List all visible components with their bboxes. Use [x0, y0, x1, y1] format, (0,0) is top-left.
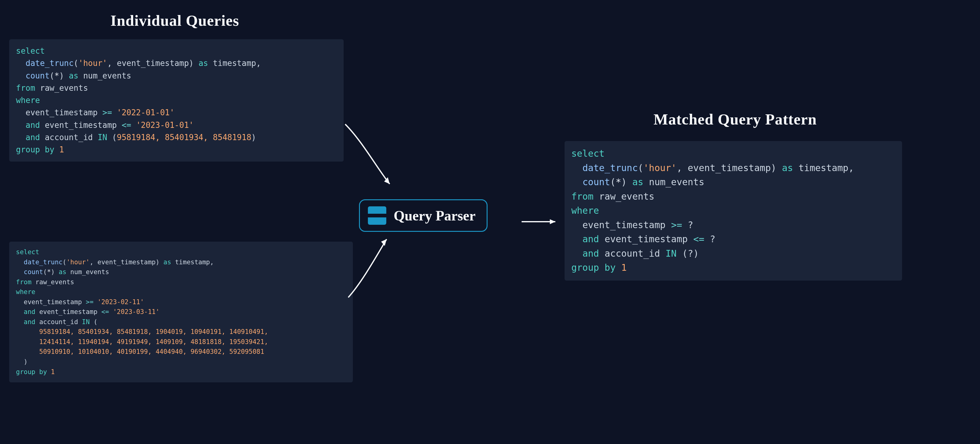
num-one: 1 — [59, 145, 64, 154]
kw-where-b: where — [16, 288, 35, 296]
id-et-2: event_timestamp — [45, 121, 117, 130]
str-hour: 'hour' — [78, 59, 107, 68]
id-ne-b: num_events — [70, 268, 109, 276]
pattern-box: select date_trunc('hour', event_timestam… — [565, 141, 902, 281]
kw-group-by: group by — [16, 145, 54, 154]
arrow-q2-to-parser — [347, 236, 402, 304]
id-et-c2: event_timestamp — [605, 234, 687, 244]
kw-from-b: from — [16, 278, 32, 286]
id-et-1: event_timestamp — [25, 108, 97, 117]
kw-select: select — [16, 46, 45, 56]
id-et-b2: event_timestamp — [39, 308, 97, 316]
kw-as-b2: as — [59, 268, 66, 276]
kw-where-c: where — [571, 205, 599, 216]
ids-row-2: 50910910, 10104010, 40190199, 4404940, 9… — [39, 348, 264, 355]
parser-badge: Query Parser — [359, 199, 488, 232]
id-event-timestamp: event_timestamp — [117, 59, 189, 68]
str-d1-b: '2023-02-11' — [97, 298, 144, 306]
str-date2: '2023-01-01' — [136, 121, 194, 130]
kw-gb-b: group by — [16, 368, 47, 376]
fn-date-trunc-b: date_trunc — [24, 258, 62, 266]
parser-label: Query Parser — [394, 208, 476, 224]
id-aid-b: account_id — [39, 318, 78, 326]
id-ts-b: timestamp — [175, 258, 210, 266]
ids-row-0: 95819184, 85401934, 85481918, 1904019, 1… — [39, 328, 268, 335]
op-gte-b: >= — [86, 298, 94, 306]
kw-from-c: from — [571, 191, 593, 202]
num-one-c: 1 — [621, 262, 627, 273]
fn-date-trunc: date_trunc — [25, 59, 74, 68]
fn-count-b: count — [24, 268, 43, 276]
id-ts-c: timestamp — [799, 163, 849, 173]
arrow-parser-to-pattern — [522, 217, 565, 226]
fn-dt-c: date_trunc — [582, 163, 638, 173]
fn-count: count — [25, 71, 49, 80]
query-box-2: select date_trunc('hour', event_timestam… — [9, 242, 353, 382]
kw-and-b2: and — [24, 318, 35, 326]
op-gte-c: >= — [671, 220, 682, 230]
kw-gb-c: group by — [571, 262, 616, 273]
op-lte-b: <= — [101, 308, 109, 316]
kw-select-c: select — [571, 148, 605, 159]
heading-individual-queries: Individual Queries — [110, 12, 239, 29]
num-one-b: 1 — [51, 368, 55, 376]
heading-matched-pattern: Matched Query Pattern — [654, 110, 817, 128]
kw-and-2: and — [25, 133, 40, 142]
id-et-c1: event_timestamp — [582, 220, 665, 230]
kw-and-b1: and — [24, 308, 35, 316]
id-et-c: event_timestamp — [687, 163, 771, 173]
kw-where: where — [16, 96, 40, 105]
kw-in: IN — [97, 133, 107, 142]
op-lte: <= — [121, 121, 131, 130]
id-aid-c: account_id — [605, 248, 660, 259]
op-gte: >= — [102, 108, 112, 117]
kw-and-1: and — [25, 121, 40, 130]
kw-in-b: IN — [82, 318, 90, 326]
parser-logo-icon — [368, 206, 386, 225]
ids-row-1: 12414114, 11940194, 49191949, 1409109, 4… — [39, 338, 268, 346]
placeholder-1: ? — [687, 220, 693, 230]
query-box-1: select date_trunc('hour', event_timestam… — [9, 39, 344, 162]
str-hour-c: 'hour' — [643, 163, 676, 173]
str-hour-b: 'hour' — [66, 258, 90, 266]
id-re-b: raw_events — [35, 278, 74, 286]
kw-as-c2: as — [632, 177, 643, 187]
id-et-b: event_timestamp — [97, 258, 156, 266]
arrow-q1-to-parser — [344, 123, 405, 202]
kw-as: as — [199, 59, 208, 68]
placeholder-3: ? — [687, 248, 693, 259]
id-num-events: num_events — [83, 71, 131, 80]
num-ids: 95819184, 85401934, 85481918 — [117, 133, 251, 142]
id-ne-c: num_events — [649, 177, 705, 187]
kw-in-c: IN — [665, 248, 676, 259]
kw-and-c1: and — [582, 234, 599, 244]
id-raw-events: raw_events — [40, 83, 88, 93]
str-d2-b: '2023-03-11' — [113, 308, 159, 316]
id-timestamp: timestamp — [213, 59, 256, 68]
kw-and-c2: and — [582, 248, 599, 259]
kw-as-2: as — [69, 71, 78, 80]
str-date1: '2022-01-01' — [117, 108, 175, 117]
placeholder-2: ? — [710, 234, 716, 244]
kw-from: from — [16, 83, 35, 93]
id-et-b1: event_timestamp — [24, 298, 82, 306]
svg-marker-3 — [550, 219, 555, 224]
kw-as-c: as — [782, 163, 793, 173]
id-re-c: raw_events — [599, 191, 654, 202]
kw-select-b: select — [16, 248, 39, 256]
id-account-id: account_id — [45, 133, 93, 142]
fn-count-c: count — [582, 177, 610, 187]
kw-as-b: as — [164, 258, 171, 266]
op-lte-c: <= — [693, 234, 704, 244]
